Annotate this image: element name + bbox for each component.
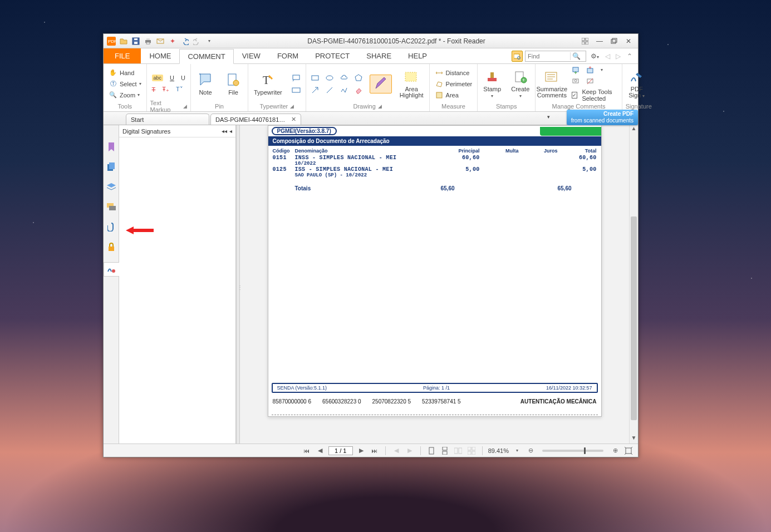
promo-bubble[interactable]: Create PDF from scanned documents [567, 110, 638, 125]
tab-comment[interactable]: COMMENT [179, 49, 233, 64]
collapse-ribbon-icon[interactable]: ⌃ [625, 52, 635, 60]
highlight-tool[interactable]: abc [150, 74, 165, 82]
folder-search-icon[interactable] [512, 51, 523, 62]
typewriter-launcher-icon[interactable]: ◢ [290, 104, 294, 109]
tab-form[interactable]: FORM [269, 48, 307, 63]
new-icon[interactable]: ✦ [167, 36, 178, 47]
zoom-tool[interactable]: 🔍Zoom▾ [107, 90, 143, 100]
comments-panel-icon[interactable] [106, 202, 116, 212]
find-next-icon[interactable]: ▷ [614, 52, 622, 60]
qat-customize-icon[interactable]: ▾ [204, 36, 215, 47]
pane-prev-icon[interactable]: ◂◂ [222, 128, 227, 134]
first-page-icon[interactable]: ⏮ [302, 446, 312, 456]
squiggly-tool[interactable]: U [179, 74, 187, 82]
continuous-icon[interactable] [440, 446, 450, 456]
scroll-thumb[interactable] [631, 216, 637, 420]
signatures-panel-icon[interactable] [104, 262, 119, 277]
close-tab-icon[interactable]: ✕ [291, 116, 296, 123]
continuous-facing-icon[interactable] [466, 446, 477, 456]
replace-text-tool[interactable]: Ŧ₊ [160, 85, 171, 93]
pencil-tool[interactable] [370, 75, 392, 93]
facing-icon[interactable] [453, 446, 463, 456]
zoom-slider[interactable] [542, 450, 603, 452]
keep-tools-selected[interactable]: ✓Keep Tools Selected [570, 88, 618, 102]
hand-tool[interactable]: ✋Hand [107, 68, 143, 78]
pane-collapse-icon[interactable]: ◂ [229, 128, 232, 134]
export-comments[interactable] [585, 66, 596, 75]
ribbon-mode-icon[interactable] [580, 36, 590, 46]
close-icon[interactable]: ✕ [623, 36, 634, 46]
rectangle-tool[interactable] [310, 73, 321, 82]
scroll-down-icon[interactable]: ▼ [630, 435, 638, 444]
line-tool[interactable] [324, 86, 335, 95]
tab-protect[interactable]: PROTECT [307, 48, 358, 63]
doc-tab-active[interactable]: DAS-PGMEI-44076181000... ✕ [210, 114, 301, 125]
select-tool[interactable]: ⓉSelect▾ [107, 79, 143, 89]
typewriter-tool[interactable]: T Typewriter [252, 71, 284, 97]
vertical-scrollbar[interactable]: ▲ ▼ [629, 125, 638, 444]
pages-icon[interactable] [106, 162, 116, 172]
drawing-launcher-icon[interactable]: ◢ [378, 104, 382, 109]
arrow-tool[interactable] [310, 86, 321, 95]
zoom-picker-icon[interactable]: ▾ [512, 446, 522, 456]
create-stamp-tool[interactable]: + Create▾ [509, 68, 532, 100]
find-prev-icon[interactable]: ◁ [603, 52, 612, 60]
find-box[interactable]: 🔍 [525, 51, 586, 62]
note-tool[interactable]: Note [194, 71, 217, 97]
bookmarks-icon[interactable] [106, 142, 116, 152]
textbox-tool[interactable] [290, 86, 302, 95]
tab-help[interactable]: HELP [400, 48, 435, 63]
find-settings-icon[interactable]: ⚙▾ [588, 52, 601, 60]
file-tab[interactable]: FILE [104, 48, 141, 63]
zoom-in-icon[interactable]: ⊕ [610, 446, 620, 456]
zoom-out-icon[interactable]: ⊖ [526, 446, 536, 456]
tab-view[interactable]: VIEW [234, 48, 269, 63]
find-search-icon[interactable]: 🔍 [570, 52, 582, 60]
prev-page-icon[interactable]: ◀ [315, 446, 325, 456]
email-icon[interactable] [155, 36, 166, 47]
doc-tab-start[interactable]: Start [126, 114, 209, 125]
splitter[interactable] [236, 125, 240, 444]
tab-share[interactable]: SHARE [358, 48, 400, 63]
area-highlight-tool[interactable]: AreaHighlight [397, 68, 426, 100]
print-icon[interactable] [143, 36, 154, 47]
save-icon[interactable] [130, 36, 141, 47]
strikeout-tool[interactable]: Ŧ [150, 85, 158, 93]
cloud-tool[interactable] [338, 73, 350, 82]
distance-tool[interactable]: Distance [433, 68, 474, 78]
open-icon[interactable] [118, 36, 129, 47]
attachments-icon[interactable] [106, 222, 116, 232]
underline-tool[interactable]: U [168, 74, 176, 82]
tab-home[interactable]: HOME [141, 48, 179, 63]
last-page-icon[interactable]: ⏭ [370, 446, 380, 456]
file-attachment-tool[interactable]: File [222, 71, 244, 97]
document-viewport[interactable]: PGMEI(Versão:3.8.7) Composição do Docume… [240, 125, 629, 444]
layers-icon[interactable] [106, 182, 116, 192]
redo-icon[interactable] [191, 36, 203, 47]
fit-page-icon[interactable] [623, 446, 634, 456]
import-comments[interactable] [570, 66, 581, 75]
maximize-icon[interactable] [609, 36, 619, 46]
show-comments[interactable] [570, 77, 581, 86]
area-tool[interactable]: Area [433, 90, 474, 100]
eraser-tool[interactable] [353, 86, 364, 95]
next-page-icon[interactable]: ▶ [356, 446, 366, 456]
scroll-up-icon[interactable]: ▲ [630, 125, 638, 134]
callout-tool[interactable] [290, 73, 302, 82]
tabs-dropdown-icon[interactable]: ▾ [547, 114, 550, 120]
nav-forward-icon[interactable]: ▶ [405, 446, 415, 456]
security-icon[interactable] [106, 242, 116, 252]
textmarkup-launcher-icon[interactable]: ◢ [183, 104, 187, 109]
stamp-tool[interactable]: Stamp▾ [481, 68, 503, 100]
minimize-icon[interactable]: — [595, 36, 605, 46]
single-page-icon[interactable] [426, 446, 436, 456]
insert-text-tool[interactable]: T˅ [174, 85, 185, 93]
perimeter-tool[interactable]: Perimeter [433, 79, 474, 89]
comments-dd[interactable]: ▾ [599, 66, 605, 75]
polygon-tool[interactable] [353, 73, 364, 82]
page-input[interactable] [328, 446, 353, 455]
undo-icon[interactable] [179, 36, 190, 47]
find-input[interactable] [526, 53, 570, 60]
polyline-tool[interactable] [338, 86, 350, 95]
summarize-comments[interactable]: SummarizeComments [539, 68, 564, 100]
